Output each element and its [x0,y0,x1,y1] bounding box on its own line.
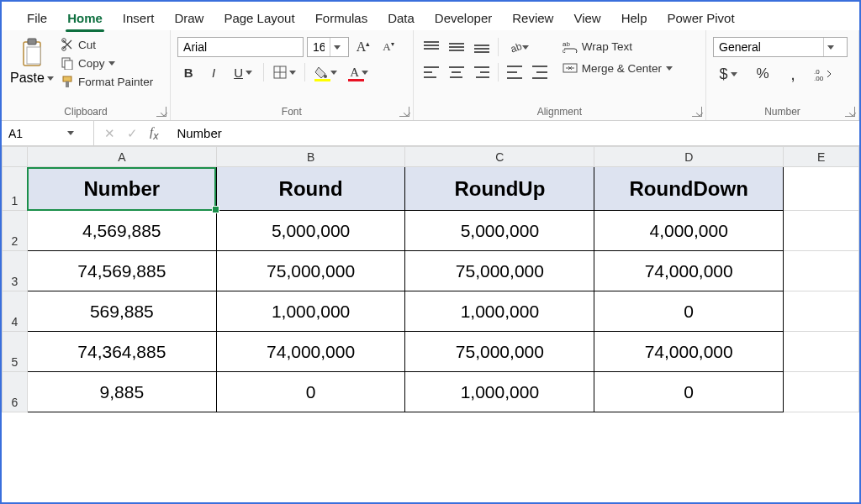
row-header-5[interactable]: 5 [3,332,28,372]
underline-button[interactable]: U [228,62,258,82]
align-middle-button[interactable] [446,37,467,57]
name-box[interactable] [2,121,94,145]
cell-d1[interactable]: RoundDown [594,167,784,211]
cell-c1[interactable]: RoundUp [405,167,594,211]
select-all-corner[interactable] [3,147,28,167]
grow-font-button[interactable]: A▴ [352,37,374,57]
cell-b2[interactable]: 5,000,000 [216,211,405,251]
chevron-down-icon[interactable] [823,38,837,56]
font-name-combo[interactable] [177,37,304,57]
borders-button[interactable] [269,62,299,82]
paste-button[interactable] [18,37,46,69]
cell-a1[interactable]: Number [27,167,216,211]
cell-c3[interactable]: 75,000,000 [405,251,594,291]
font-color-button[interactable]: A [344,62,374,82]
font-size-input[interactable] [308,40,330,54]
worksheet-grid[interactable]: A B C D E 1 Number Round RoundUp RoundDo… [2,146,859,504]
align-right-button[interactable] [471,62,493,82]
cell-b6[interactable]: 0 [216,372,405,412]
cell-d4[interactable]: 0 [594,291,784,332]
dialog-launcher-number[interactable] [845,107,855,117]
dialog-launcher-clipboard[interactable] [156,107,166,117]
increase-decimal-button[interactable]: .0.00 [812,64,834,84]
cell-d3[interactable]: 74,000,000 [594,251,784,291]
tab-power-pivot[interactable]: Power Pivot [658,7,745,30]
cell-d6[interactable]: 0 [594,372,784,412]
cell-c5[interactable]: 75,000,000 [405,332,594,372]
align-left-button[interactable] [420,62,442,82]
cell-c4[interactable]: 1,000,000 [405,291,594,332]
tab-formulas[interactable]: Formulas [305,7,378,30]
cell-b4[interactable]: 1,000,000 [216,291,405,332]
cell-a6[interactable]: 9,885 [27,372,216,412]
number-format-combo[interactable] [713,37,848,57]
row-header-3[interactable]: 3 [3,251,28,291]
cell-c6[interactable]: 1,000,000 [405,372,594,412]
col-header-b[interactable]: B [216,147,405,167]
wrap-text-button[interactable]: abc Wrap Text [561,39,674,54]
cell-e4[interactable] [784,291,859,332]
row-header-2[interactable]: 2 [3,211,28,251]
orientation-button[interactable]: ab [504,37,534,57]
cell-b1[interactable]: Round [216,167,405,211]
col-header-a[interactable]: A [27,147,216,167]
comma-button[interactable]: , [782,64,804,84]
percent-button[interactable]: % [752,64,774,84]
cancel-formula-icon[interactable]: ✕ [104,126,115,141]
cell-e3[interactable] [784,251,859,291]
tab-page-layout[interactable]: Page Layout [214,7,304,30]
dialog-launcher-alignment[interactable] [692,107,702,117]
font-size-combo[interactable] [307,37,349,57]
cell-e6[interactable] [784,372,859,412]
cut-button[interactable]: Cut [59,37,155,52]
align-bottom-button[interactable] [471,37,493,57]
tab-data[interactable]: Data [378,7,425,30]
cell-a2[interactable]: 4,569,885 [27,211,216,251]
tab-draw[interactable]: Draw [164,7,214,30]
cell-e1[interactable] [784,167,859,211]
cell-a4[interactable]: 569,885 [27,291,216,332]
cell-d5[interactable]: 74,000,000 [594,332,784,372]
shrink-font-button[interactable]: A▾ [378,37,399,57]
tab-view[interactable]: View [563,7,610,30]
col-header-c[interactable]: C [405,147,594,167]
cell-a5[interactable]: 74,364,885 [27,332,216,372]
format-painter-button[interactable]: Format Painter [59,74,155,89]
name-box-input[interactable] [8,127,67,140]
tab-home[interactable]: Home [57,7,113,30]
tab-help[interactable]: Help [611,7,658,30]
cell-d2[interactable]: 4,000,000 [594,211,784,251]
bold-button[interactable]: B [177,62,199,82]
fx-icon[interactable]: fx [150,125,158,142]
decrease-indent-button[interactable] [504,62,526,82]
tab-insert[interactable]: Insert [113,7,165,30]
row-header-1[interactable]: 1 [3,167,28,211]
cell-a3[interactable]: 74,569,885 [27,251,216,291]
align-top-button[interactable] [420,37,442,57]
cell-c2[interactable]: 5,000,000 [405,211,594,251]
col-header-e[interactable]: E [784,147,859,167]
enter-formula-icon[interactable]: ✓ [127,126,138,141]
paste-label[interactable]: Paste [10,71,54,86]
italic-button[interactable]: I [203,62,224,82]
accounting-format-button[interactable]: $ [713,64,743,84]
tab-review[interactable]: Review [502,7,563,30]
formula-input[interactable] [168,126,859,140]
chevron-down-icon[interactable] [67,131,74,135]
row-header-6[interactable]: 6 [3,372,28,412]
cell-b3[interactable]: 75,000,000 [216,251,405,291]
increase-indent-button[interactable] [529,62,551,82]
cell-e2[interactable] [784,211,859,251]
number-format-input[interactable] [714,40,823,54]
tab-developer[interactable]: Developer [425,7,502,30]
align-center-button[interactable] [446,62,467,82]
row-header-4[interactable]: 4 [3,291,28,332]
col-header-d[interactable]: D [594,147,784,167]
copy-button[interactable]: Copy [59,55,155,71]
fill-color-button[interactable] [310,62,341,82]
dialog-launcher-font[interactable] [399,107,409,117]
cell-e5[interactable] [784,332,859,372]
chevron-down-icon[interactable] [330,38,343,56]
cell-b5[interactable]: 74,000,000 [216,332,405,372]
tab-file[interactable]: File [17,7,57,30]
